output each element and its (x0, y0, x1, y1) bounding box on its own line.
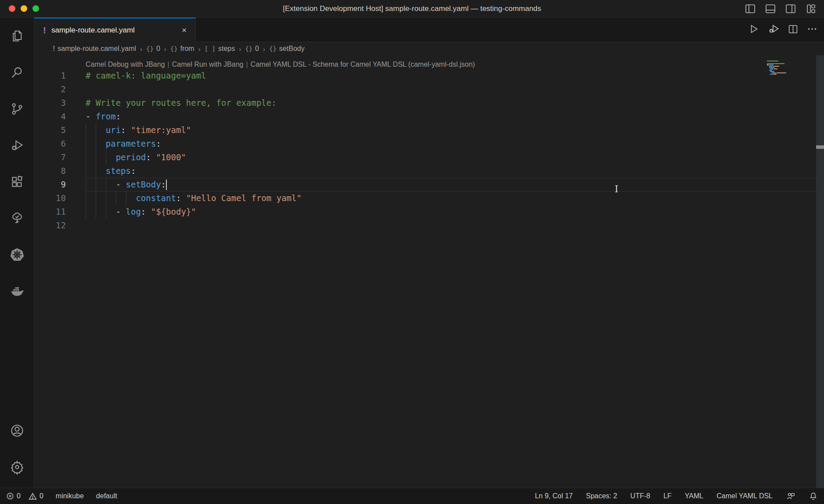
line-content[interactable]: - log: "${body}" (86, 205, 824, 219)
eol-setting[interactable]: LF (663, 492, 672, 500)
tab-label: sample-route.camel.yaml (51, 26, 179, 35)
kubernetes-namespace[interactable]: default (96, 492, 117, 500)
editor[interactable]: Camel Debug with JBang|Camel Run with JB… (34, 55, 824, 488)
customize-layout-icon[interactable] (806, 4, 816, 14)
zoom-window-button[interactable] (32, 5, 39, 12)
explorer-icon[interactable] (0, 18, 34, 54)
scrollbar-track[interactable] (816, 55, 824, 488)
line-content[interactable]: constant: "Hello Camel from yaml" (86, 191, 824, 205)
source-control-icon[interactable] (0, 90, 34, 127)
line-number[interactable]: 8 (34, 164, 66, 178)
code-line[interactable]: 2 (34, 83, 824, 96)
breadcrumb-item[interactable]: {}0 (146, 45, 160, 53)
line-content[interactable]: # Write your routes here, for example: (86, 96, 824, 110)
feedback-icon[interactable] (786, 491, 795, 501)
breadcrumb-item[interactable]: {}setBody (269, 45, 305, 53)
toggle-panel-icon[interactable] (765, 4, 776, 14)
yaml-file-icon: ! (43, 25, 46, 36)
kubernetes-icon[interactable] (0, 236, 34, 273)
code-line[interactable]: 8 steps: (34, 164, 824, 178)
yaml-schema[interactable]: Camel YAML DSL (716, 492, 773, 500)
minimap[interactable] (767, 61, 815, 76)
run-and-debug-icon[interactable] (0, 127, 34, 163)
close-window-button[interactable] (9, 5, 15, 12)
breadcrumb-item[interactable]: [ ]steps (205, 45, 235, 53)
accounts-icon[interactable] (0, 412, 34, 449)
line-number[interactable]: 12 (34, 219, 66, 232)
minimap-segment (770, 68, 774, 69)
kubernetes-context[interactable]: minikube (56, 492, 84, 500)
run-file-icon[interactable] (748, 23, 759, 36)
line-number[interactable]: 7 (34, 151, 66, 164)
line-number[interactable]: 9 (34, 178, 66, 191)
breadcrumb-item[interactable]: {}0 (245, 45, 259, 53)
line-number[interactable]: 11 (34, 205, 66, 219)
window-title: [Extension Development Host] sample-rout… (0, 4, 824, 13)
split-editor-icon[interactable] (788, 24, 799, 36)
toggle-secondary-sidebar-icon[interactable] (785, 4, 796, 14)
indent-guide (86, 164, 86, 178)
indentation-setting[interactable]: Spaces: 2 (586, 492, 617, 500)
cursor-position[interactable]: Ln 9, Col 17 (535, 492, 572, 500)
line-number[interactable]: 10 (34, 191, 66, 205)
code-token: setBody (126, 180, 161, 189)
code-line[interactable]: 5 uri: "timer:yaml" (34, 123, 824, 137)
codelens-separator: | (243, 61, 250, 68)
line-number[interactable]: 6 (34, 137, 66, 151)
symbol-kind-icon: {} (269, 45, 277, 52)
line-content[interactable]: steps: (86, 164, 824, 178)
line-content[interactable]: - from: (86, 110, 824, 123)
line-content[interactable] (86, 219, 824, 232)
breadcrumb-item[interactable]: {}from (170, 45, 194, 53)
code-line[interactable]: 6 parameters: (34, 137, 824, 151)
code-line[interactable]: 4- from: (34, 110, 824, 123)
code-line[interactable]: 12 (34, 219, 824, 232)
line-number[interactable]: 2 (34, 83, 66, 96)
line-number[interactable]: 1 (34, 69, 66, 83)
indent-guide (86, 151, 86, 164)
line-content[interactable]: period: "1000" (86, 151, 824, 164)
encoding-setting[interactable]: UTF-8 (630, 492, 650, 500)
docker-icon[interactable] (0, 273, 34, 309)
codelens-link[interactable]: Camel Run with JBang (172, 61, 244, 68)
line-content[interactable]: - setBody: (86, 178, 824, 191)
minimap-segment (767, 65, 769, 65)
code-line[interactable]: 11 - log: "${body}" (34, 205, 824, 219)
code-line[interactable]: 10 constant: "Hello Camel from yaml" (34, 191, 824, 205)
symbol-kind-icon: {} (146, 45, 154, 52)
search-icon[interactable] (0, 54, 34, 90)
line-content[interactable]: parameters: (86, 137, 824, 151)
line-number[interactable]: 3 (34, 96, 66, 110)
codelens-link[interactable]: Camel YAML DSL - Schema for Camel YAML D… (251, 61, 475, 68)
code-line[interactable]: 7 period: "1000" (34, 151, 824, 164)
minimap-segment (773, 66, 779, 67)
breadcrumb-item[interactable]: !sample-route.camel.yaml (53, 45, 136, 53)
code-token: "${body}" (151, 207, 196, 216)
settings-gear-icon[interactable] (0, 449, 34, 485)
tab-sample-route-camel-yaml[interactable]: ! sample-route.camel.yaml × (34, 18, 196, 42)
line-content[interactable]: uri: "timer:yaml" (86, 123, 824, 137)
tree-checkmark-icon[interactable] (0, 200, 34, 236)
extensions-icon[interactable] (0, 163, 34, 200)
tab-close-icon[interactable]: × (179, 25, 189, 36)
minimize-window-button[interactable] (21, 5, 27, 12)
language-mode[interactable]: YAML (685, 492, 703, 500)
breadcrumb-separator: › (164, 45, 166, 53)
notifications-bell-icon[interactable] (809, 492, 818, 501)
minimap-segment (769, 70, 772, 71)
minimap-segment (769, 65, 774, 65)
code-line[interactable]: 3# Write your routes here, for example: (34, 96, 824, 110)
code-line[interactable]: 9 - setBody: (34, 178, 824, 191)
toggle-primary-sidebar-icon[interactable] (745, 4, 756, 14)
line-number[interactable]: 4 (34, 110, 66, 123)
line-content[interactable] (86, 83, 824, 96)
codelens-link[interactable]: Camel Debug with JBang (86, 61, 165, 68)
code-line[interactable]: 1# camel-k: language=yaml (34, 69, 824, 83)
debug-run-icon[interactable] (767, 23, 780, 37)
line-number[interactable]: 5 (34, 123, 66, 137)
problems-status[interactable]: 0 0 (6, 492, 43, 500)
line-content[interactable]: # camel-k: language=yaml (86, 69, 824, 83)
indent-guide (86, 123, 86, 137)
symbol-kind-icon: {} (170, 45, 178, 52)
more-actions-icon[interactable] (806, 23, 818, 36)
